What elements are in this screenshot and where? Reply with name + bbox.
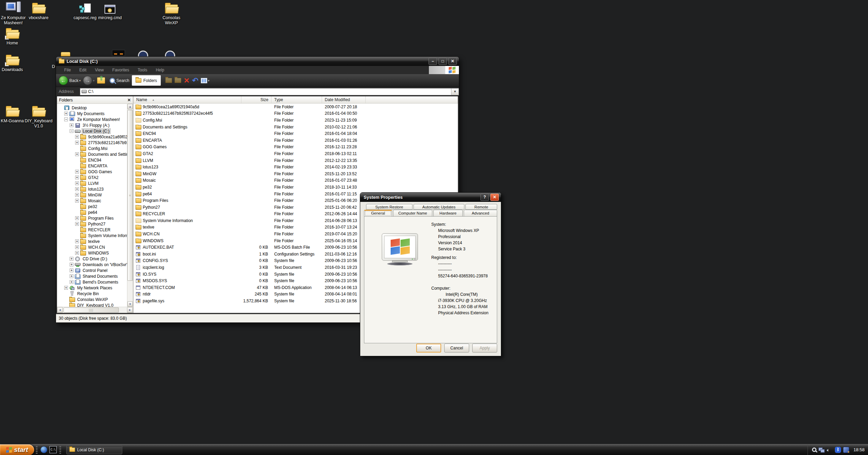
tree-expander-plus[interactable]: + <box>70 268 73 272</box>
tree-item[interactable]: +texlive <box>57 238 127 244</box>
tab-general[interactable]: General <box>364 210 392 217</box>
tree-item[interactable]: Recycle Bin <box>57 291 127 297</box>
tree-item[interactable]: ENC94 <box>57 157 127 163</box>
tree-item[interactable]: +lotus123 <box>57 186 127 192</box>
tree-vertical-scrollbar[interactable]: ▲ ≡ ▼ <box>127 104 133 307</box>
tree-item[interactable]: +27753c682121467b925f637242ec44f5 <box>57 140 127 146</box>
file-row[interactable]: lotus123File Folder2014-02-19 23:33 <box>134 164 458 170</box>
tree-expander-plus[interactable]: + <box>70 274 73 278</box>
tree-expander-plus[interactable]: + <box>75 193 79 197</box>
tree-expander-plus[interactable]: + <box>75 187 79 191</box>
tree-item[interactable]: +Downloads on 'VBoxSvr' (Z:) <box>57 262 127 267</box>
tree-item[interactable]: +3½ Floppy (A:) <box>57 122 127 128</box>
tree-item[interactable]: pe32 <box>57 204 127 209</box>
tree-expander-plus[interactable]: + <box>75 239 79 243</box>
file-row[interactable]: MosaicFile Folder2016-01-07 23:48 <box>134 177 458 184</box>
file-row[interactable]: GTA2File Folder2018-06-13 02:11 <box>134 150 458 157</box>
tab-system-restore[interactable]: System Restore <box>366 204 412 210</box>
desktop-icon-ze-komputor[interactable]: Ze Komputor Masheen! <box>0 1 28 26</box>
tray-volume-icon[interactable]: 🔈︎ <box>827 447 833 453</box>
tree-item[interactable]: Config.Msi <box>57 146 127 151</box>
tree-item[interactable]: +WCH.CN <box>57 244 127 250</box>
desktop-icon-mircreg-cmd[interactable]: mircreg.cmd <box>96 1 124 20</box>
column-header-type[interactable]: Type <box>271 96 322 103</box>
tab-advanced[interactable]: Advanced <box>464 210 497 217</box>
address-input[interactable]: C:\ ▼ <box>80 88 459 95</box>
tree-expander-plus[interactable]: + <box>75 135 79 139</box>
tree-expander-plus[interactable]: + <box>75 216 79 220</box>
cancel-button[interactable]: Cancel <box>444 344 469 353</box>
tree-expander-plus[interactable]: + <box>75 141 79 144</box>
tree-expander-minus[interactable]: − <box>70 129 73 133</box>
tree-expander-plus[interactable]: + <box>75 251 79 255</box>
file-row[interactable]: MinGWFile Folder2015-11-20 13:52 <box>134 170 458 177</box>
close-folders-pane-icon[interactable]: ✕ <box>127 98 131 102</box>
tree-item[interactable]: +Python27 <box>57 221 127 227</box>
tree-expander-plus[interactable]: + <box>75 222 79 226</box>
file-row[interactable]: 27753c682121467b925f637242ec44f5File Fol… <box>134 110 458 117</box>
scroll-up-button[interactable]: ▲ <box>127 104 133 109</box>
back-button[interactable]: ← Back▾ <box>59 76 81 85</box>
file-row[interactable]: Config.MsiFile Folder2023-11-23 15:09 <box>134 117 458 124</box>
tree-item[interactable]: +Shared Documents <box>57 273 127 279</box>
views-button[interactable]: ▾ <box>201 78 210 83</box>
desktop-icon-home[interactable]: ↗ Home <box>0 27 27 46</box>
tree-item[interactable]: +My Network Places <box>57 285 127 291</box>
tray-bluetooth-icon[interactable]: ᛒ <box>835 447 841 453</box>
tree-expander-plus[interactable]: + <box>75 152 79 156</box>
tree-expander-plus[interactable]: + <box>75 170 79 174</box>
desktop-icon-downloads[interactable]: ↗ Downloads <box>0 53 27 72</box>
file-row[interactable]: ENC94File Folder2016-01-04 18:04 <box>134 130 458 137</box>
tree-item[interactable]: +Control Panel <box>57 267 127 273</box>
tree-item[interactable]: +My Documents <box>57 111 127 116</box>
tab-hardware[interactable]: Hardware <box>433 210 463 217</box>
forward-button[interactable]: →▾ <box>83 76 95 85</box>
file-row[interactable]: Documents and SettingsFile Folder2010-02… <box>134 124 458 130</box>
help-button[interactable]: ? <box>480 194 489 201</box>
quicklaunch-cmd-icon[interactable]: C:\ <box>50 446 57 453</box>
tree-item[interactable]: +WINDOWS <box>57 250 127 256</box>
tree-expander-plus[interactable]: + <box>70 257 73 261</box>
tree-item[interactable]: +Bernd's Documents <box>57 279 127 285</box>
desktop-icon-vboxshare[interactable]: vboxshare <box>24 1 53 20</box>
tree-item[interactable]: RECYCLER <box>57 227 127 233</box>
desktop-icon-consolas-winxp[interactable]: Consolas WinXP <box>157 1 186 26</box>
menu-edit[interactable]: Edit <box>79 68 86 72</box>
tree-item[interactable]: −Local Disk (C:) <box>57 128 127 134</box>
tree-item[interactable]: +Documents and Settings <box>57 151 127 157</box>
scroll-right-button[interactable]: ► <box>127 307 133 313</box>
search-button[interactable]: Search <box>110 78 129 83</box>
tree-expander-minus[interactable]: − <box>64 118 68 121</box>
tree-item[interactable]: −Ze Komputor Masheen! <box>57 116 127 122</box>
tab-computer-name[interactable]: Computer Name <box>393 210 432 217</box>
tree-item[interactable]: +Mosaic <box>57 198 127 204</box>
tree-expander-plus[interactable]: + <box>70 123 73 127</box>
address-dropdown-button[interactable]: ▼ <box>451 88 459 95</box>
desktop-icon-diy-keyboard[interactable]: DIY_Keyboard V1.0 <box>24 105 53 129</box>
dialog-close-button[interactable]: ✕ <box>490 194 499 201</box>
tree-horizontal-scrollbar[interactable]: ◄ |||| ► <box>57 307 133 313</box>
explorer-titlebar[interactable]: Local Disk (C:) – □ ✕ <box>56 57 459 66</box>
tree-item[interactable]: DIY_Keyboard V1.0 <box>57 302 127 307</box>
scroll-thumb[interactable]: |||| <box>64 307 119 313</box>
delete-button[interactable]: ✕ <box>184 77 190 84</box>
tab-automatic-updates[interactable]: Automatic Updates <box>414 204 464 210</box>
file-row[interactable]: pe32File Folder2018-10-11 14:33 <box>134 184 458 191</box>
tree-expander-plus[interactable]: + <box>75 245 79 249</box>
up-button[interactable]: ⇧ <box>97 77 105 84</box>
file-row[interactable]: LLVMFile Folder2012-12-22 13:35 <box>134 157 458 164</box>
tree-item[interactable]: +LLVM <box>57 180 127 186</box>
tree-item[interactable]: Consolas WinXP <box>57 297 127 302</box>
folders-toggle-button[interactable]: Folders <box>132 75 161 86</box>
tray-virtualbox-icon[interactable] <box>843 447 849 453</box>
tab-remote[interactable]: Remote <box>465 204 497 210</box>
taskbar-clock[interactable]: 18:58 <box>853 447 865 452</box>
file-row[interactable]: GOG GamesFile Folder2016-12-11 23:28 <box>134 144 458 151</box>
copy-to-button[interactable] <box>174 78 181 83</box>
menu-tools[interactable]: Tools <box>138 68 147 72</box>
menu-help[interactable]: Help <box>156 68 164 72</box>
scroll-left-button[interactable]: ◄ <box>57 307 63 313</box>
column-header-date-modified[interactable]: Date Modified <box>322 96 366 103</box>
dialog-titlebar[interactable]: System Properties ? ✕ <box>360 193 501 202</box>
tree-item[interactable]: +Program Files <box>57 215 127 221</box>
